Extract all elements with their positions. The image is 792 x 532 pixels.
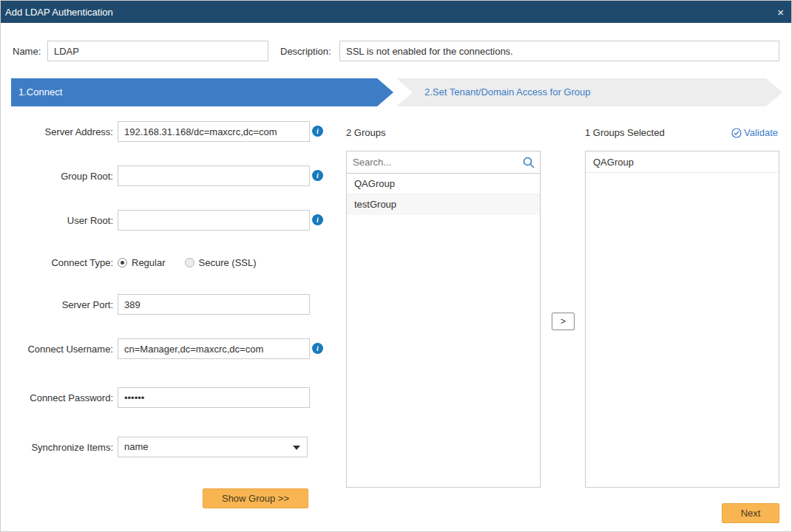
- radio-regular-label: Regular: [132, 257, 166, 268]
- move-right-button[interactable]: >: [552, 313, 575, 330]
- selected-group-item[interactable]: QAGroup: [586, 151, 779, 173]
- step-connect[interactable]: 1.Connect: [11, 78, 393, 106]
- server-port-input[interactable]: [118, 294, 310, 315]
- show-group-button[interactable]: Show Group >>: [203, 488, 308, 508]
- synchronize-items-label: Synchronize Items:: [1, 442, 113, 453]
- server-address-label: Server Address:: [1, 126, 113, 137]
- group-search-row: [347, 151, 540, 174]
- validate-check-icon: [731, 128, 742, 138]
- connect-type-options: Regular Secure (SSL): [118, 257, 257, 268]
- chevron-down-icon: [293, 446, 300, 450]
- radio-secure-ssl[interactable]: [185, 258, 194, 267]
- selected-groups-header: 1 Groups Selected: [585, 127, 665, 138]
- radio-regular[interactable]: [118, 258, 127, 267]
- synchronize-items-value: name: [124, 441, 149, 452]
- server-port-label: Server Port:: [1, 299, 113, 310]
- dialog-title: Add LDAP Authentication: [5, 7, 113, 18]
- group-search-input[interactable]: [347, 151, 540, 173]
- connect-type-label: Connect Type:: [1, 257, 113, 268]
- add-ldap-dialog: Add LDAP Authentication × Name: Descript…: [0, 0, 792, 532]
- selected-groups-panel: QAGroup: [585, 151, 779, 488]
- group-root-info-icon[interactable]: i: [312, 170, 323, 181]
- close-icon[interactable]: ×: [777, 7, 784, 18]
- name-label: Name:: [13, 46, 41, 57]
- wizard-steps: 1.Connect 2.Set Tenant/Domain Access for…: [11, 78, 782, 106]
- validate-link[interactable]: Validate: [731, 127, 778, 138]
- connect-password-input[interactable]: [118, 387, 310, 408]
- validate-label: Validate: [744, 127, 778, 138]
- group-list-item[interactable]: QAGroup: [347, 174, 540, 194]
- synchronize-items-select[interactable]: name: [118, 437, 308, 457]
- name-input[interactable]: [47, 41, 268, 61]
- user-root-input[interactable]: [118, 210, 310, 231]
- search-icon: [522, 156, 535, 169]
- groups-list-panel: QAGroup testGroup: [346, 151, 541, 488]
- user-root-info-icon[interactable]: i: [312, 214, 323, 225]
- dialog-titlebar: Add LDAP Authentication ×: [1, 1, 791, 23]
- radio-secure-ssl-label: Secure (SSL): [199, 257, 257, 268]
- connect-username-info-icon[interactable]: i: [312, 343, 323, 354]
- group-root-input[interactable]: [118, 166, 310, 186]
- connect-username-input[interactable]: [118, 338, 310, 359]
- step-tenant-domain-access[interactable]: 2.Set Tenant/Domain Access for Group: [396, 78, 782, 106]
- group-root-label: Group Root:: [1, 171, 113, 182]
- next-button[interactable]: Next: [722, 503, 779, 523]
- groups-count-header: 2 Groups: [346, 127, 385, 138]
- description-input[interactable]: [339, 41, 779, 61]
- description-label: Description:: [280, 46, 331, 57]
- user-root-label: User Root:: [1, 215, 113, 226]
- connect-username-label: Connect Username:: [1, 344, 113, 355]
- server-address-input[interactable]: [118, 121, 310, 142]
- group-list-item[interactable]: testGroup: [347, 194, 540, 215]
- server-address-info-icon[interactable]: i: [312, 126, 323, 137]
- connect-password-label: Connect Password:: [1, 392, 113, 403]
